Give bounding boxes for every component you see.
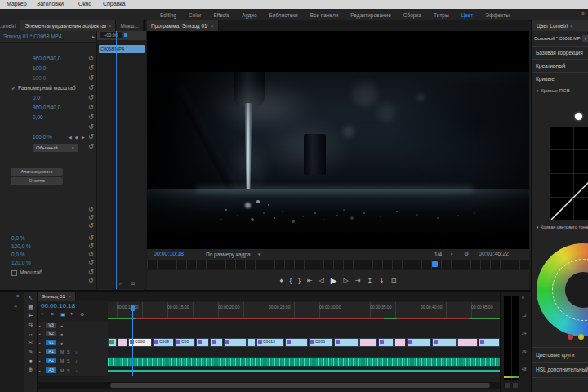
timeline-clip[interactable]: [210, 338, 223, 347]
lock-icon[interactable]: ▪: [39, 332, 41, 336]
timeline-scrollbar[interactable]: [38, 382, 500, 389]
swatch-red-dot[interactable]: [568, 334, 573, 340]
workspace-tab-effects[interactable]: Effects: [213, 12, 229, 18]
go-to-out-icon[interactable]: ⇥: [355, 276, 361, 286]
mini-clip-bar[interactable]: C0068.MP4: [99, 45, 145, 53]
kf-prev-icon[interactable]: ◀: [69, 135, 72, 140]
reset-icon[interactable]: ↺: [88, 124, 94, 131]
chevron-down-icon[interactable]: ▾: [72, 145, 74, 150]
reset-icon[interactable]: ↺: [88, 207, 94, 213]
track-header-a3[interactable]: ▪ A3 M S ♪: [38, 367, 108, 377]
meter-solo-left-button[interactable]: [505, 383, 510, 388]
timeline-clip[interactable]: C006: [309, 338, 333, 347]
snap-magnet-icon[interactable]: ∪: [50, 312, 56, 315]
close-icon[interactable]: ×: [69, 294, 72, 299]
reset-icon[interactable]: ↺: [88, 134, 94, 140]
export-frame-icon[interactable]: ⊡: [391, 276, 397, 286]
reset-icon[interactable]: ↺: [88, 144, 94, 150]
section-color-wheels[interactable]: Цветовые круги: [532, 347, 588, 361]
chevron-down-icon[interactable]: ▾: [451, 252, 453, 256]
tab-lumetri-scopes[interactable]: Области Lumetri: [0, 20, 20, 31]
timeline-timecode[interactable]: 00:00:10:18: [41, 302, 75, 310]
meter-solo-right-button[interactable]: [513, 383, 518, 388]
settings-wrench-icon[interactable]: ⚙: [464, 251, 469, 257]
pen-tool[interactable]: ✎: [24, 347, 37, 356]
linked-selection-icon[interactable]: ▣: [60, 311, 65, 317]
reset-icon[interactable]: ↺: [88, 270, 94, 276]
collapsed-project-panel[interactable]: » ≡: [0, 292, 25, 392]
lock-icon[interactable]: ▪: [39, 341, 41, 345]
cancel-button[interactable]: Отмена: [11, 177, 63, 185]
mark-in-icon[interactable]: {: [290, 276, 292, 286]
chevron-down-icon[interactable]: ▾: [258, 252, 261, 256]
workspace-tab-editing[interactable]: Editing: [160, 12, 176, 18]
rolling-edit-tool[interactable]: ⇆: [24, 320, 37, 329]
kf-add-icon[interactable]: ◆: [75, 135, 78, 140]
timeline-clip[interactable]: [407, 338, 431, 347]
monitor-scrub-bar[interactable]: [147, 260, 529, 270]
reset-icon[interactable]: ↺: [88, 65, 94, 72]
reset-icon[interactable]: ↺: [88, 85, 94, 91]
expand-panel-icon[interactable]: »: [16, 293, 20, 299]
reset-icon[interactable]: ↺: [88, 114, 94, 121]
crosshair-icon[interactable]: ⌖: [41, 311, 43, 317]
workspace-tab-color-active[interactable]: Цвет: [461, 12, 474, 18]
lock-icon[interactable]: ▪: [39, 350, 41, 354]
timeline-clip[interactable]: [334, 338, 359, 347]
reset-icon[interactable]: ↺: [88, 260, 94, 266]
mini-timeline-toggle-icon[interactable]: ▸: [92, 33, 95, 39]
timeline-clip[interactable]: C00: [175, 338, 195, 347]
ripple-edit-tool[interactable]: ⇤: [24, 311, 37, 320]
close-icon[interactable]: ×: [211, 23, 214, 29]
section-curves[interactable]: Кривые: [532, 72, 588, 85]
reset-icon[interactable]: ↺: [88, 215, 94, 221]
reset-icon[interactable]: ↺: [88, 95, 94, 101]
add-marker-icon[interactable]: ♦: [70, 311, 73, 316]
workspace-tab-editing-ru[interactable]: Редактирование: [350, 12, 391, 18]
reset-icon[interactable]: ↺: [88, 75, 94, 82]
pan-icon[interactable]: ▹: [119, 280, 122, 286]
track-label[interactable]: A1: [46, 349, 56, 354]
lumetri-preset-dropdown[interactable]: Основной * C0068.MP4: [534, 34, 581, 43]
zoom-tool[interactable]: ⊕: [24, 365, 37, 374]
mic-icon[interactable]: ♪: [75, 350, 78, 354]
timeline-clip[interactable]: C0011.MP: [224, 338, 247, 347]
workspace-tab-all-panels[interactable]: Все панели: [310, 12, 339, 18]
reset-icon[interactable]: ↺: [88, 235, 94, 242]
lift-icon[interactable]: ↥: [367, 276, 372, 286]
razor-tool[interactable]: ✂: [24, 338, 37, 347]
mic-icon[interactable]: ♪: [75, 368, 78, 373]
close-icon[interactable]: ×: [109, 23, 112, 29]
checkbox-checked-icon[interactable]: ✓: [11, 85, 16, 91]
lock-icon[interactable]: ▪: [39, 368, 41, 373]
analyze-button[interactable]: Анализировать: [11, 168, 63, 176]
selection-tool[interactable]: ↖: [24, 293, 37, 302]
step-forward-icon[interactable]: ▷: [344, 276, 349, 286]
mute-button[interactable]: M: [60, 359, 64, 363]
monitor-playhead[interactable]: [432, 261, 438, 267]
fit-icon[interactable]: ⊡: [131, 280, 135, 286]
track-label[interactable]: V3: [46, 323, 56, 328]
workspace-tab-titles[interactable]: Титры: [434, 12, 449, 18]
step-back-icon[interactable]: ◁: [319, 276, 324, 286]
checkbox-empty[interactable]: [11, 270, 17, 276]
eye-icon[interactable]: ●: [60, 332, 63, 336]
menu-marker[interactable]: Маркер: [7, 1, 27, 7]
lock-icon[interactable]: ▪: [39, 323, 41, 328]
fit-dropdown[interactable]: По размеру кадра: [206, 252, 251, 257]
timeline-settings-icon[interactable]: ⚙: [80, 311, 84, 317]
scrollbar-thumb[interactable]: [110, 383, 490, 388]
solo-button[interactable]: S: [67, 359, 69, 363]
timeline-clip[interactable]: [479, 338, 500, 347]
swatch-yellow-dot[interactable]: [578, 334, 584, 340]
track-select-tool[interactable]: ▦: [24, 302, 37, 311]
workspace-overflow-icon[interactable]: »: [581, 11, 585, 16]
timeline-clip[interactable]: [378, 338, 394, 347]
section-basic-correction[interactable]: Базовая коррекция: [532, 46, 588, 59]
tab-sequence[interactable]: Эпизод 01 ×: [38, 292, 76, 301]
timeline-clip[interactable]: [394, 338, 406, 347]
program-timecode[interactable]: 00:00:10:18: [154, 251, 184, 256]
menu-help[interactable]: Справка: [103, 1, 125, 7]
chevron-down-icon[interactable]: ▾: [582, 35, 588, 42]
playback-resolution-dropdown[interactable]: 1/4: [434, 252, 442, 257]
